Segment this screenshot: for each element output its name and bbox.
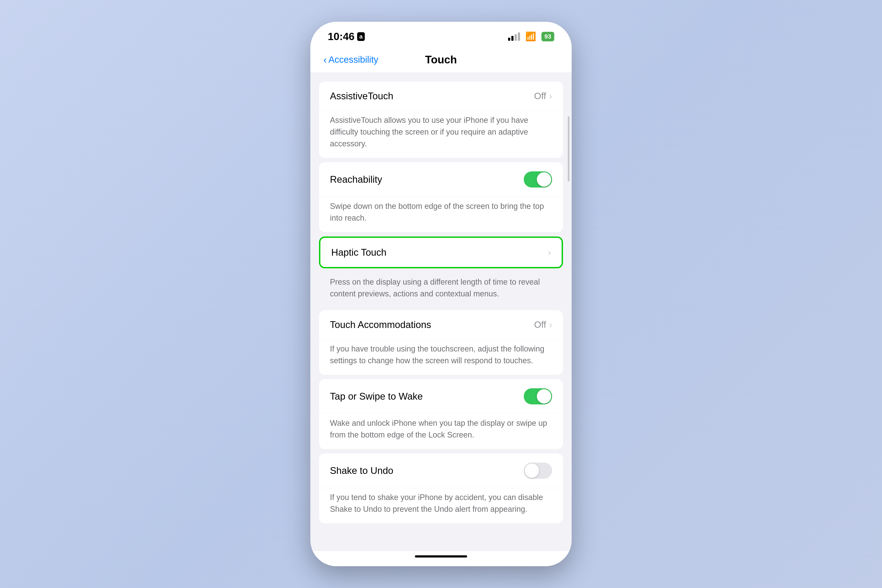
status-bar: 10:46 a 📶 93: [310, 22, 572, 47]
status-time: 10:46 a: [328, 30, 365, 42]
haptic-touch-chevron-icon: ›: [548, 248, 551, 257]
touch-accommodations-card[interactable]: Touch Accommodations Off › If you have t…: [319, 310, 563, 375]
tap-swipe-wake-card: Tap or Swipe to Wake Wake and unlock iPh…: [319, 379, 563, 449]
tap-swipe-wake-toggle[interactable]: [524, 388, 552, 404]
tap-swipe-wake-toggle-knob: [537, 389, 551, 404]
scrollbar[interactable]: [568, 116, 570, 182]
shake-to-undo-toggle-knob: [525, 464, 539, 478]
haptic-touch-row[interactable]: Haptic Touch ›: [320, 238, 562, 267]
time-display: 10:46: [328, 30, 354, 42]
shake-to-undo-toggle[interactable]: [524, 462, 552, 478]
shake-to-undo-row: Shake to Undo: [319, 453, 563, 488]
reachability-toggle-knob: [537, 172, 551, 187]
phone-frame: 10:46 a 📶 93 ‹ Accessibility Touch: [310, 22, 572, 566]
assistive-touch-card[interactable]: AssistiveTouch Off › AssistiveTouch allo…: [319, 81, 563, 158]
wifi-icon: 📶: [525, 32, 536, 42]
back-label[interactable]: Accessibility: [328, 54, 378, 65]
shake-to-undo-label: Shake to Undo: [330, 465, 393, 476]
haptic-touch-label: Haptic Touch: [331, 247, 387, 258]
shake-to-undo-description: If you tend to shake your iPhone by acci…: [319, 488, 563, 524]
assistive-touch-label: AssistiveTouch: [330, 91, 393, 102]
touch-accommodations-value: Off: [534, 320, 546, 330]
nav-bar: ‹ Accessibility Touch: [310, 47, 572, 73]
touch-accommodations-row[interactable]: Touch Accommodations Off ›: [319, 310, 563, 339]
assistive-touch-row[interactable]: AssistiveTouch Off ›: [319, 81, 563, 111]
assistive-touch-right: Off ›: [534, 91, 552, 101]
touch-accommodations-description: If you have trouble using the touchscree…: [319, 339, 563, 375]
haptic-touch-description: Press on the display using a different l…: [319, 273, 563, 306]
haptic-touch-card[interactable]: Haptic Touch ›: [319, 237, 563, 268]
status-icon: a: [357, 32, 365, 41]
reachability-label: Reachability: [330, 174, 382, 185]
touch-accommodations-chevron-icon: ›: [549, 320, 552, 330]
tap-swipe-wake-row: Tap or Swipe to Wake: [319, 379, 563, 414]
back-chevron-icon: ‹: [323, 54, 327, 66]
touch-accommodations-right: Off ›: [534, 320, 552, 330]
assistive-touch-description: AssistiveTouch allows you to use your iP…: [319, 111, 563, 158]
tap-swipe-wake-description: Wake and unlock iPhone when you tap the …: [319, 414, 563, 449]
reachability-toggle[interactable]: [524, 171, 552, 188]
shake-to-undo-card: Shake to Undo If you tend to shake your …: [319, 453, 563, 524]
assistive-touch-value: Off: [534, 91, 546, 101]
scroll-content: AssistiveTouch Off › AssistiveTouch allo…: [310, 73, 572, 551]
page-title: Touch: [425, 53, 457, 66]
touch-accommodations-label: Touch Accommodations: [330, 319, 431, 330]
home-bar: [415, 555, 467, 558]
status-right-icons: 📶 93: [508, 32, 554, 42]
reachability-description: Swipe down on the bottom edge of the scr…: [319, 196, 563, 232]
haptic-touch-right: ›: [548, 248, 551, 257]
reachability-row: Reachability: [319, 162, 563, 196]
reachability-card: Reachability Swipe down on the bottom ed…: [319, 162, 563, 232]
battery-badge: 93: [542, 32, 554, 41]
tap-swipe-wake-label: Tap or Swipe to Wake: [330, 391, 423, 402]
signal-icon: [508, 33, 520, 41]
back-button[interactable]: ‹ Accessibility: [323, 54, 378, 66]
assistive-touch-chevron-icon: ›: [549, 91, 552, 101]
home-indicator: [310, 551, 572, 566]
